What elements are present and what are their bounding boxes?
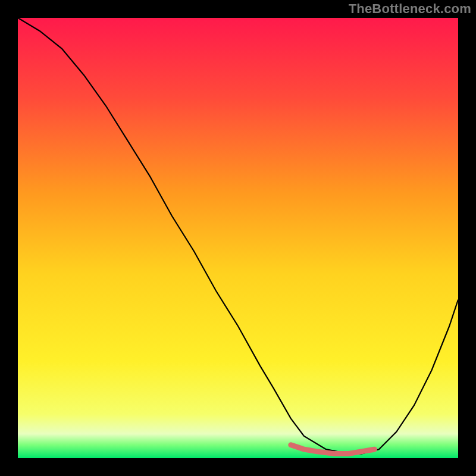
bottleneck-chart [18, 18, 458, 458]
watermark-text: TheBottleneck.com [349, 1, 471, 17]
gradient-background [18, 18, 458, 458]
chart-frame: TheBottleneck.com [0, 0, 476, 476]
